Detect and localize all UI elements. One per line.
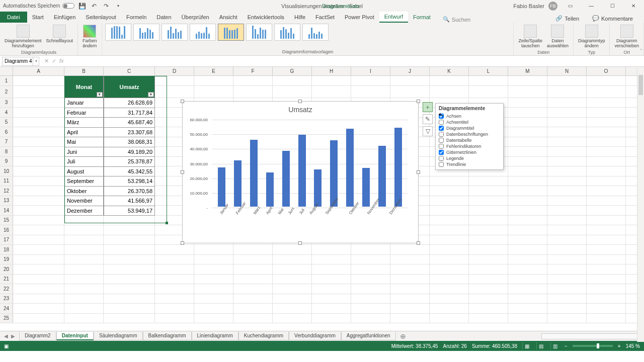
filter-icon[interactable]: ▾ [97,92,103,97]
table-row[interactable]: 41.566,97 [104,196,155,206]
table-header-monat[interactable]: Monat▾ [64,76,104,98]
row-header-22[interactable]: 22 [0,284,13,294]
cell-K19[interactable] [430,255,469,264]
cell-N3[interactable] [547,98,587,108]
cell-K15[interactable] [430,216,469,225]
table-row[interactable]: Januar [64,98,104,108]
cell-K25[interactable] [430,314,469,323]
row-header-20[interactable]: 20 [0,264,13,274]
cell-O12[interactable] [587,186,626,196]
sheet-tab-verbunddiagramm[interactable]: Verbunddiagramm [289,332,341,340]
cell-O14[interactable] [587,206,626,215]
cell-C21[interactable] [104,275,155,284]
cell-M17[interactable] [508,235,547,245]
cell-F2[interactable] [233,86,273,98]
cell-D2[interactable] [155,86,194,98]
bar-Dezember[interactable] [394,128,402,207]
filter-icon[interactable]: ▾ [148,92,154,97]
sheet-tab-kuchendiagramm[interactable]: Kuchendiagramm [238,332,289,340]
change-colors-button[interactable]: Farben ändern [81,24,99,50]
cell-L22[interactable] [469,284,508,294]
bar-Mai[interactable] [282,151,290,207]
cell-O17[interactable] [587,235,626,245]
cell-E24[interactable] [194,304,233,313]
cell-N4[interactable] [547,108,587,117]
cell-B22[interactable] [64,284,104,294]
chart-style-6[interactable] [246,24,272,41]
cell-N13[interactable] [547,196,587,206]
cell-A4[interactable] [13,108,64,117]
table-row[interactable]: 45.342,55 [104,167,155,177]
chart-styles-button[interactable]: ✎ [423,114,433,124]
col-header-G[interactable]: G [273,67,312,75]
cell-K16[interactable] [430,225,469,235]
record-macro-icon[interactable]: ▣ [4,343,9,349]
page-break-view-icon[interactable]: ▥ [550,342,559,349]
cell-I1[interactable] [351,76,390,85]
cell-A8[interactable] [13,147,64,156]
cell-E22[interactable] [194,284,233,294]
cell-C25[interactable] [104,314,155,323]
checkbox[interactable] [439,150,444,155]
table-row[interactable]: 53.298,14 [104,176,155,187]
cell-M13[interactable] [508,196,547,206]
cell-L12[interactable] [469,186,508,196]
table-row[interactable]: November [64,196,104,206]
col-header-E[interactable]: E [194,67,233,75]
tab-start[interactable]: Start [27,12,49,23]
cell-D19[interactable] [155,255,194,264]
cell-A7[interactable] [13,137,64,147]
cell-B15[interactable] [64,216,104,225]
sheet-nav-next-icon[interactable]: ▶ [11,333,15,339]
table-header-umsatz[interactable]: Umsatz▾ [104,76,155,98]
cell-O3[interactable] [587,98,626,108]
chart-element-option-fehlerindikatoren[interactable]: Fehlerindikatoren [439,143,500,149]
tab-entwicklertools[interactable]: Entwicklertools [243,12,289,23]
cell-A2[interactable] [13,86,64,98]
cell-O1[interactable] [587,76,626,85]
chart-element-option-datenbeschriftungen[interactable]: Datenbeschriftungen [439,131,500,137]
cell-E23[interactable] [194,294,233,304]
table-row[interactable]: 31.717,84 [104,108,155,118]
cell-J20[interactable] [390,264,430,274]
undo-icon[interactable]: ↶ [90,2,99,11]
cell-K1[interactable] [430,76,469,85]
cell-L2[interactable] [469,86,508,98]
zoom-slider[interactable] [573,345,613,347]
cell-I21[interactable] [351,275,390,284]
cell-F25[interactable] [233,314,273,323]
cell-L23[interactable] [469,294,508,304]
table-row[interactable]: April [64,128,104,138]
table-row[interactable]: Oktober [64,187,104,197]
cell-N16[interactable] [547,225,587,235]
chart-style-3[interactable] [162,24,188,41]
table-row[interactable]: 49.189,20 [104,147,155,157]
bar-April[interactable] [266,172,274,207]
cell-E2[interactable] [194,86,233,98]
spreadsheet-grid[interactable]: ABCDEFGHIJKLMNO 123456789101112131415161… [0,67,644,331]
checkbox[interactable] [439,138,444,143]
col-header-O[interactable]: O [587,67,626,75]
cell-A12[interactable] [13,186,64,196]
row-header-2[interactable]: 2 [0,86,13,98]
cell-M4[interactable] [508,108,547,117]
row-header-18[interactable]: 18 [0,245,13,254]
cell-E19[interactable] [194,255,233,264]
cell-C19[interactable] [104,255,155,264]
col-header-N[interactable]: N [547,67,587,75]
cell-I25[interactable] [351,314,390,323]
cell-N12[interactable] [547,186,587,196]
cell-J19[interactable] [390,255,430,264]
select-data-button[interactable]: Daten auswählen [545,24,570,50]
chart-element-option-achsen[interactable]: Achsen [439,113,500,119]
cell-H22[interactable] [312,284,351,294]
cell-N7[interactable] [547,137,587,147]
cell-M5[interactable] [508,118,547,127]
cell-O8[interactable] [587,147,626,156]
user-avatar[interactable]: FB [548,2,557,11]
cell-F24[interactable] [233,304,273,313]
sheet-tab-diagramm2[interactable]: Diagramm2 [19,332,56,340]
tab-hilfe[interactable]: Hilfe [289,12,310,23]
bar-Februar[interactable] [234,160,242,207]
cell-A18[interactable] [13,245,64,254]
